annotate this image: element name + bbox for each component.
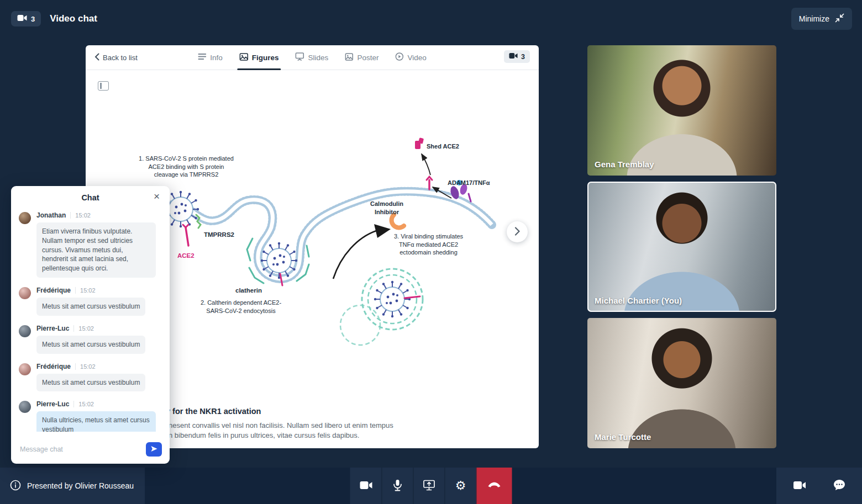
minimize-button-label: Minimize <box>799 14 829 23</box>
send-icon <box>150 445 158 454</box>
tab-slides-label: Slides <box>308 54 329 62</box>
chat-message: Pierre-Luc 15:02 Nulla ultricies, metus … <box>19 400 162 432</box>
end-call-icon <box>487 482 502 490</box>
avatar <box>19 363 31 375</box>
tab-info[interactable]: Info <box>198 45 223 70</box>
chat-title: Chat <box>81 193 99 202</box>
presented-by-label: Presented by Olivier Rousseau <box>27 481 134 490</box>
figure-label-step1: 1. SARS-CoV-2 S protein mediated ACE2 bi… <box>136 155 236 179</box>
avatar <box>19 287 31 299</box>
chat-message: Jonathan 15:02 Etiam viverra finibus vul… <box>19 211 162 278</box>
chat-bubble-icon <box>833 479 845 492</box>
footer-right-controls <box>776 468 862 504</box>
video-tile-marie-turcotte[interactable]: Marie Turcotte <box>587 318 776 448</box>
message-time: 15:02 <box>70 212 91 219</box>
message-time: 15:02 <box>75 287 96 294</box>
tab-video[interactable]: Video <box>395 45 426 70</box>
chat-message: Pierre-Luc 15:02 Metus sit amet cursus v… <box>19 325 162 354</box>
footer-bar: Presented by Olivier Rousseau ⚙ <box>0 468 862 504</box>
tab-figures[interactable]: Figures <box>239 45 279 70</box>
call-controls: ⚙ <box>350 468 512 504</box>
message-author: Frédérique <box>36 363 71 370</box>
video-tile-gena-tremblay[interactable]: Gena Tremblay <box>587 45 776 176</box>
camera-settings-button[interactable] <box>790 480 810 492</box>
figure-label-ace2: ACE2 <box>177 252 195 260</box>
participants-count: 3 <box>31 15 35 23</box>
play-icon <box>395 52 403 62</box>
camera-icon <box>793 480 806 492</box>
chat-message: Frédérique 15:02 Metus sit amet cursus v… <box>19 363 162 392</box>
screen-share-button[interactable] <box>413 468 445 504</box>
message-author: Frédérique <box>36 287 71 294</box>
chevron-left-icon <box>94 53 99 62</box>
viewer-participants-count: 3 <box>521 53 525 61</box>
video-tile-michael-chartier-you[interactable]: Michael Chartier (You) <box>587 182 776 312</box>
top-bar: 3 Video chat Minimize <box>0 0 862 38</box>
settings-button[interactable]: ⚙ <box>445 468 476 504</box>
figure-caption-title: y for the NKR1 activation <box>166 407 261 416</box>
chat-toggle-button[interactable] <box>830 479 849 493</box>
message-time: 15:02 <box>75 363 96 370</box>
figure-label-tmprrs2: TMPRRS2 <box>204 231 234 239</box>
figure-label-calmodulin: Calmodulin Inhibitor <box>362 200 412 216</box>
message-time: 15:02 <box>73 325 94 332</box>
minimize-icon <box>835 13 844 24</box>
chat-message: Frédérique 15:02 Metus sit amet cursus v… <box>19 287 162 316</box>
image-icon <box>239 53 248 62</box>
chat-message-input[interactable] <box>19 445 146 454</box>
figure-caption-line1: nesent convallis vel nisl non facilisis.… <box>169 421 393 431</box>
figure-label-clatherin: clatherin <box>235 287 262 295</box>
viewer-tabs: Info Figures Slides Poster <box>198 45 426 70</box>
figure-label-step2: 2. Caltherin dependent ACE2-SARS-CoV-2 e… <box>197 299 285 315</box>
camera-icon <box>17 14 27 23</box>
presenter-info: Presented by Olivier Rousseau <box>0 468 145 504</box>
presentation-icon <box>296 52 304 62</box>
avatar <box>19 401 31 413</box>
tab-poster[interactable]: Poster <box>345 45 379 70</box>
viewer-header: Back to list Info Figures Slides <box>86 45 539 70</box>
figure-caption-body: nesent convallis vel nisl non facilisis.… <box>169 421 393 440</box>
page-title: Video chat <box>50 13 97 24</box>
screen-share-icon <box>423 480 435 492</box>
figure-caption-line2: n bibendum felis in purus ultrices, vita… <box>169 431 393 441</box>
avatar <box>19 325 31 337</box>
microphone-icon <box>392 479 403 493</box>
message-bubble: Nulla ultricies, metus sit amet cursus v… <box>36 411 156 432</box>
microphone-toggle-button[interactable] <box>382 468 413 504</box>
minimize-button[interactable]: Minimize <box>791 8 852 30</box>
participant-name: Michael Chartier (You) <box>595 296 682 305</box>
tab-slides[interactable]: Slides <box>296 45 329 70</box>
tab-poster-label: Poster <box>357 54 379 62</box>
avatar <box>19 212 31 224</box>
camera-icon <box>509 52 518 61</box>
chat-input-row <box>11 435 170 464</box>
list-icon <box>198 53 206 62</box>
info-icon <box>10 480 21 492</box>
chat-header: Chat × <box>11 186 170 206</box>
message-author: Pierre-Luc <box>36 325 69 332</box>
tab-figures-label: Figures <box>252 54 279 62</box>
chat-panel: Chat × Jonathan 15:02 Etiam viverra fini… <box>11 186 170 464</box>
participant-name: Marie Turcotte <box>595 432 651 442</box>
message-author: Pierre-Luc <box>36 400 69 408</box>
message-bubble: Etiam viverra finibus vulputate. Nullam … <box>36 222 156 278</box>
message-bubble: Metus sit amet cursus vestibulum <box>36 374 145 392</box>
message-bubble: Metus sit amet cursus vestibulum <box>36 298 145 316</box>
camera-toggle-button[interactable] <box>350 468 382 504</box>
end-call-button[interactable] <box>476 468 512 504</box>
tab-info-label: Info <box>210 54 223 62</box>
tab-video-label: Video <box>407 54 426 62</box>
figure-label-step3: 3. Viral binding stimulates TNFα mediate… <box>388 232 469 257</box>
next-figure-button[interactable] <box>507 221 528 242</box>
send-message-button[interactable] <box>146 442 162 457</box>
message-author: Jonathan <box>36 211 66 219</box>
back-to-list-link[interactable]: Back to list <box>94 53 138 62</box>
participants-count-badge: 3 <box>11 11 41 26</box>
viewer-participants-badge: 3 <box>504 50 530 63</box>
close-icon[interactable]: × <box>150 190 163 202</box>
chevron-right-icon <box>514 227 520 237</box>
camera-icon <box>359 480 372 492</box>
back-to-list-label: Back to list <box>103 54 138 62</box>
message-bubble: Metus sit amet cursus vestibulum <box>36 336 145 354</box>
participant-name: Gena Tremblay <box>595 160 654 169</box>
